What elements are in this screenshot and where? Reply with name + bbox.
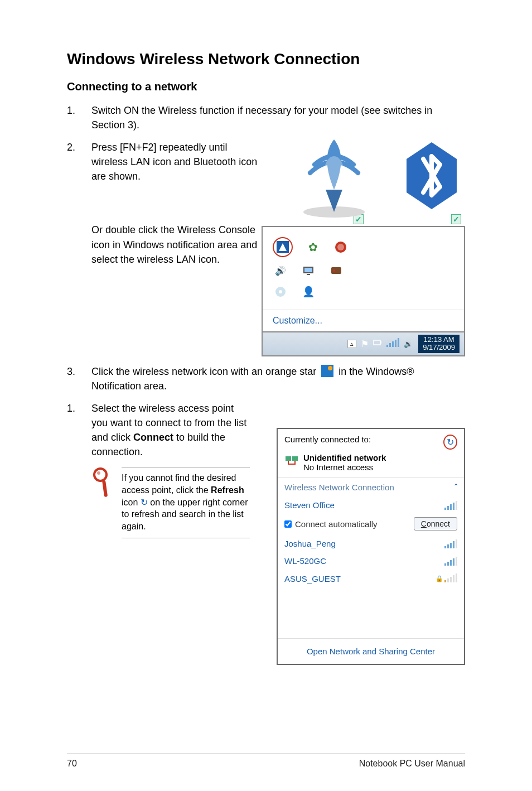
svg-rect-7 — [304, 268, 312, 272]
tray-disc-icon[interactable] — [273, 284, 288, 300]
svg-point-15 — [94, 469, 107, 481]
doc-title: Notebook PC User Manual — [359, 759, 465, 769]
speaker-tray-icon[interactable]: 🔉 — [404, 340, 413, 348]
wifi-icon: ✓ — [298, 134, 370, 224]
clock-date: 9/17/2009 — [423, 344, 455, 351]
popup-refresh-icon[interactable]: ↻ — [446, 437, 455, 447]
tray-person-icon[interactable]: 👤 — [301, 284, 316, 300]
svg-point-5 — [337, 244, 344, 250]
tray-hand-icon[interactable]: ✿ — [305, 239, 321, 255]
tray-globe-icon[interactable] — [333, 239, 349, 255]
step-1: Switch ON the Wireless function if neces… — [67, 103, 465, 132]
step-4-bold: Connect — [133, 432, 173, 443]
step-2-text: Press [FN+F2] repeatedly until wireless … — [91, 140, 259, 184]
bluetooth-icon: ✓ — [398, 134, 465, 224]
wifi-item-2[interactable]: WL-520GC — [278, 552, 464, 570]
section-subtitle: Connecting to a network — [67, 80, 465, 93]
svg-point-1 — [324, 156, 344, 190]
volume-icon[interactable]: 🔊 — [273, 263, 288, 278]
taskbar-clock[interactable]: 12:13 AM 9/17/2009 — [418, 335, 460, 353]
connect-auto-input[interactable] — [284, 520, 292, 528]
wireless-console-icon[interactable] — [275, 239, 291, 255]
tip-bold: Refresh — [211, 485, 244, 495]
currently-connected-label: Currently connected to: — [284, 435, 371, 444]
flag-icon[interactable]: ⚑ — [361, 339, 369, 349]
lock-icon: 🔒 — [436, 575, 443, 582]
page-footer: 70 Notebook PC User Manual — [67, 754, 465, 769]
network-name: Unidentified network — [303, 453, 386, 462]
signal-icon — [444, 501, 457, 510]
svg-rect-8 — [307, 274, 310, 275]
step-3-text-a: Click the wireless network icon with an … — [91, 366, 319, 377]
step-3: Click the wireless network icon with an … — [67, 364, 465, 393]
wifi-bt-figure: ✓ ✓ — [298, 134, 465, 224]
tray-card-icon[interactable] — [328, 263, 344, 278]
svg-rect-13 — [374, 340, 380, 345]
monitor-icon[interactable] — [301, 263, 316, 278]
network-star-icon — [321, 365, 333, 377]
signal-icon — [444, 573, 457, 582]
network-popup: Currently connected to: ↻ Unidentified n… — [277, 428, 465, 665]
refresh-highlight: ↻ — [443, 435, 457, 450]
connect-auto-label: Connect automatically — [295, 519, 378, 529]
connect-button[interactable]: Connect — [414, 517, 457, 530]
page-number: 70 — [67, 759, 77, 769]
network-status-icon — [284, 453, 299, 468]
svg-rect-14 — [380, 341, 381, 344]
wifi-item-3-name: ASUS_GUEST — [284, 574, 341, 583]
taskbar: ▵ ⚑ 🔉 12:13 AM 9/17/2009 — [263, 331, 464, 355]
network-tray-icon[interactable] — [386, 338, 399, 349]
signal-icon — [444, 557, 457, 566]
open-network-center-link[interactable]: Open Network and Sharing Center — [278, 638, 464, 664]
battery-icon[interactable] — [373, 339, 382, 349]
clock-time: 12:13 AM — [423, 336, 455, 344]
svg-point-16 — [97, 471, 100, 475]
connect-button-u: C — [421, 519, 427, 528]
wifi-item-0-name: Steven Office — [284, 500, 335, 510]
wifi-item-2-name: WL-520GC — [284, 556, 326, 566]
step-2b: Or double click the Wireless Console ico… — [67, 223, 273, 266]
svg-rect-17 — [102, 480, 108, 498]
tray-figure: ✿ 🔊 👤 Customize... — [262, 226, 465, 356]
signal-icon — [444, 539, 457, 548]
svg-rect-9 — [331, 267, 341, 274]
svg-point-12 — [279, 290, 282, 293]
connect-button-rest: onnect — [427, 519, 450, 528]
wireless-section-label: Wireless Network Connection — [284, 483, 394, 492]
svg-rect-18 — [286, 456, 291, 461]
svg-point-10 — [333, 269, 335, 272]
show-hidden-icons-icon[interactable]: ▵ — [347, 340, 356, 348]
collapse-icon[interactable]: ˆ — [454, 483, 457, 492]
network-status-text: No Internet access — [303, 462, 373, 472]
refresh-icon: ↻ — [141, 498, 148, 507]
wifi-item-3[interactable]: ASUS_GUEST 🔒 — [278, 570, 464, 588]
wifi-item-1-name: Joshua_Peng — [284, 539, 336, 548]
wireless-console-highlight — [273, 237, 293, 257]
svg-rect-19 — [292, 456, 298, 461]
page-title: Windows Wireless Network Connection — [67, 50, 465, 68]
tip-text-b: icon — [122, 498, 141, 507]
wifi-item-0[interactable]: Steven Office — [278, 496, 464, 514]
customize-link[interactable]: Customize... — [263, 310, 464, 331]
connect-auto-checkbox[interactable]: Connect automatically — [284, 519, 378, 529]
tip-magnifier-icon — [91, 467, 112, 538]
wifi-item-1[interactable]: Joshua_Peng — [278, 535, 464, 552]
